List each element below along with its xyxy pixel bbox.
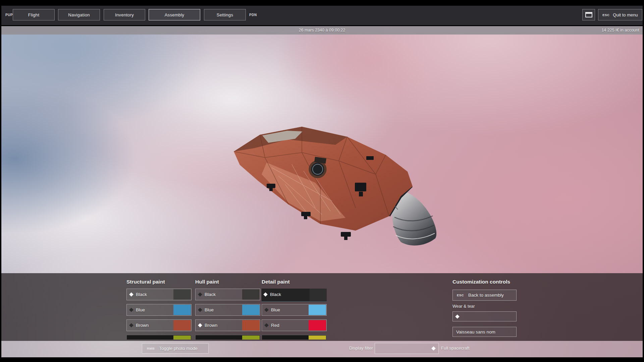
structural-paint-list: Black Blue Brown bbox=[126, 289, 192, 340]
customization-controls-column: Customization controls ESC Back to assem… bbox=[452, 273, 520, 337]
hull-paint-brown[interactable]: Brown bbox=[195, 319, 260, 331]
tab-flight[interactable]: Flight bbox=[13, 9, 55, 20]
hull-paint-blue[interactable]: Blue bbox=[195, 304, 260, 316]
hull-paint-title: Hull paint bbox=[195, 279, 262, 285]
detail-paint-column: Detail paint Black Blue Red bbox=[262, 273, 329, 340]
color-swatch bbox=[242, 289, 260, 300]
ship-name-input[interactable] bbox=[452, 327, 517, 337]
color-swatch bbox=[242, 305, 260, 315]
top-menu-bar: PUP Flight Navigation Inventory Assembly… bbox=[1, 6, 643, 25]
color-swatch bbox=[173, 289, 191, 300]
tab-navigation[interactable]: Navigation bbox=[58, 9, 100, 20]
hull-paint-black[interactable]: Black bbox=[195, 289, 260, 300]
pdn-indicator: PDN bbox=[249, 13, 257, 17]
wear-tear-slider[interactable] bbox=[452, 311, 517, 321]
hull-paint-column: Hull paint Black Blue Brown bbox=[195, 273, 262, 340]
diamond-icon bbox=[198, 308, 202, 312]
structural-paint-brown[interactable]: Brown bbox=[126, 319, 192, 331]
structural-paint-black[interactable]: Black bbox=[126, 289, 192, 300]
diamond-icon bbox=[129, 323, 133, 327]
back-to-assembly-button[interactable]: ESC Back to assembly bbox=[452, 290, 517, 301]
quit-to-menu-button[interactable]: ESC Quit to menu bbox=[598, 9, 642, 20]
structural-paint-next-option[interactable] bbox=[126, 335, 192, 340]
structural-paint-blue[interactable]: Blue bbox=[126, 304, 192, 316]
selected-diamond-icon bbox=[129, 292, 133, 297]
game-screen: PUP Flight Navigation Inventory Assembly… bbox=[0, 0, 644, 362]
color-swatch bbox=[309, 305, 326, 315]
window-icon bbox=[585, 12, 592, 17]
diamond-icon bbox=[264, 308, 269, 312]
detail-paint-title: Detail paint bbox=[262, 279, 329, 285]
color-swatch bbox=[173, 305, 191, 315]
hull-paint-next-option[interactable] bbox=[195, 335, 260, 340]
detail-paint-list: Black Blue Red bbox=[262, 289, 327, 340]
wear-tear-label: Wear & tear bbox=[452, 304, 520, 309]
tab-assembly[interactable]: Assembly bbox=[149, 9, 200, 20]
color-swatch bbox=[242, 320, 260, 330]
detail-paint-black[interactable]: Black bbox=[262, 289, 327, 302]
bottom-action-bar: RMB Toggle photo mode Display filter Ful… bbox=[1, 341, 643, 357]
structural-paint-title: Structural paint bbox=[126, 279, 194, 285]
esc-key-tag: ESC bbox=[457, 293, 464, 297]
slider-handle-diamond-icon bbox=[431, 346, 436, 351]
esc-key-tag: ESC bbox=[602, 13, 609, 17]
slider-handle-diamond-icon bbox=[455, 314, 460, 319]
structural-paint-column: Structural paint Black Blue Brown bbox=[126, 273, 194, 340]
toggle-photo-mode-button[interactable]: RMB Toggle photo mode bbox=[142, 343, 209, 354]
color-swatch bbox=[173, 336, 191, 340]
diamond-icon bbox=[129, 308, 133, 312]
tab-settings[interactable]: Settings bbox=[204, 9, 246, 20]
color-swatch bbox=[173, 320, 191, 330]
detail-paint-red[interactable]: Red bbox=[262, 319, 327, 331]
customization-panel: Structural paint Black Blue Brown bbox=[1, 273, 643, 341]
account-balance: 14 225 I€ in account bbox=[601, 28, 639, 33]
color-swatch bbox=[309, 336, 326, 340]
selected-diamond-icon bbox=[198, 323, 202, 327]
rmb-key-tag: RMB bbox=[147, 347, 155, 350]
color-swatch bbox=[310, 289, 327, 301]
tab-inventory[interactable]: Inventory bbox=[104, 9, 145, 20]
pup-indicator: PUP bbox=[5, 13, 13, 17]
game-datetime: 26 mars 2340 à 09:00:22 bbox=[1, 28, 643, 33]
selected-diamond-icon bbox=[263, 292, 268, 297]
display-filter-label: Display filter bbox=[349, 346, 373, 351]
customization-controls-title: Customization controls bbox=[452, 279, 520, 285]
display-filter-value: Full spacecraft bbox=[441, 346, 470, 351]
color-swatch bbox=[309, 320, 326, 330]
detail-paint-next-option[interactable] bbox=[262, 335, 327, 340]
hull-paint-list: Black Blue Brown bbox=[195, 289, 260, 340]
diamond-icon bbox=[264, 323, 269, 327]
color-swatch bbox=[242, 336, 260, 340]
display-filter-slider[interactable] bbox=[375, 343, 439, 354]
status-bar: 26 mars 2340 à 09:00:22 14 225 I€ in acc… bbox=[1, 26, 643, 35]
diamond-icon bbox=[198, 292, 202, 297]
detail-paint-blue[interactable]: Blue bbox=[262, 304, 327, 316]
toggle-ui-window-button[interactable] bbox=[582, 9, 595, 20]
